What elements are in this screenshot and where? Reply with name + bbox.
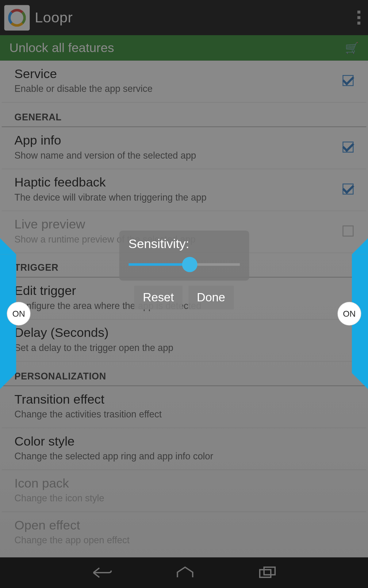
reset-button[interactable]: Reset (134, 286, 182, 310)
slider-thumb-icon[interactable] (182, 257, 197, 272)
handle-toggle-left[interactable]: ON (7, 302, 31, 326)
done-button[interactable]: Done (188, 286, 234, 310)
dialog-title: Sensitivity: (128, 236, 240, 251)
device-frame: Loopr Unlock all features 🛒 Service Enab… (0, 0, 368, 588)
handle-toggle-right[interactable]: ON (337, 302, 361, 326)
trigger-handle-right[interactable]: ON (344, 254, 368, 373)
trigger-handle-left[interactable]: ON (0, 254, 24, 373)
sensitivity-dialog: Sensitivity: Reset Done (119, 231, 249, 309)
sensitivity-slider[interactable] (128, 256, 240, 273)
